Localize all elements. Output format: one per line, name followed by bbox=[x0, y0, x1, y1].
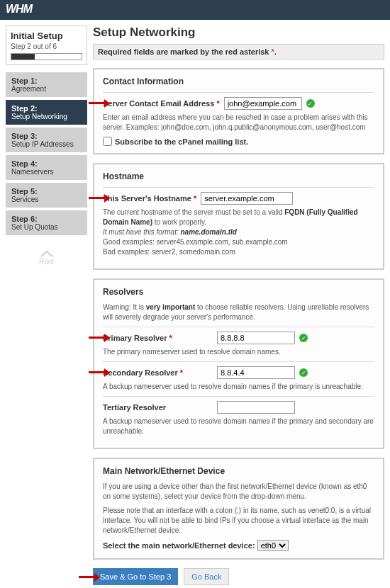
hostname-input[interactable] bbox=[201, 192, 293, 205]
tertiary-resolver-desc: A backup nameserver used to resolve doma… bbox=[103, 417, 374, 436]
primary-resolver-desc: The primary nameserver used to resolve d… bbox=[103, 347, 374, 357]
progress-bar bbox=[11, 53, 82, 60]
network-desc2: Please note that an interface with a col… bbox=[103, 506, 374, 536]
network-desc1: If you are using a device other than the… bbox=[103, 482, 374, 502]
check-icon: ✓ bbox=[306, 99, 315, 108]
primary-resolver-input[interactable] bbox=[217, 332, 295, 344]
sidebar-subtitle: Step 2 out of 6 bbox=[11, 43, 82, 50]
contact-heading: Contact Information bbox=[103, 77, 374, 86]
secondary-resolver-desc: A backup nameserver used to resolve doma… bbox=[103, 382, 374, 392]
check-icon: ✓ bbox=[299, 334, 308, 342]
sidebar-step-6[interactable]: Step 6:Set Up Quotas bbox=[6, 210, 87, 235]
tertiary-resolver-label: Tertiary Resolver bbox=[103, 403, 213, 412]
top-bar: WHM bbox=[0, 0, 390, 20]
arrow-icon bbox=[89, 98, 110, 107]
section-resolvers: Resolvers Warning: It is very important … bbox=[93, 278, 384, 449]
required-banner: Required fields are marked by the red as… bbox=[93, 44, 384, 60]
sidebar-step-4[interactable]: Step 4:Nameservers bbox=[6, 155, 87, 180]
resolvers-heading: Resolvers bbox=[103, 287, 374, 297]
arrow-icon bbox=[89, 193, 110, 202]
email-input[interactable] bbox=[224, 97, 302, 110]
network-select-label: Select the main network/Ethernet device: bbox=[103, 541, 255, 550]
sidebar-step-3[interactable]: Step 3:Setup IP Addresses bbox=[6, 128, 87, 152]
secondary-resolver-label: Secondary Resolver * bbox=[103, 368, 213, 377]
arrow-icon bbox=[89, 368, 110, 376]
email-desc: Enter an email address where you can be … bbox=[103, 113, 374, 132]
arrow-icon bbox=[89, 333, 110, 341]
sidebar-step-5[interactable]: Step 5:Services bbox=[6, 183, 87, 208]
section-contact: Contact Information Server Contact Email… bbox=[93, 68, 384, 154]
sidebar-step-2[interactable]: Step 2:Setup Networking bbox=[6, 100, 87, 125]
save-button[interactable]: Save & Go to Step 3 bbox=[93, 568, 178, 585]
secondary-resolver-input[interactable] bbox=[217, 366, 295, 379]
go-back-button[interactable]: Go Back bbox=[184, 568, 229, 585]
sidebar-step-1[interactable]: Step 1:Agreement bbox=[6, 72, 87, 97]
network-device-select[interactable]: eth0 bbox=[257, 540, 289, 551]
section-hostname: Hostname This Server's Hostname * The cu… bbox=[93, 163, 384, 270]
check-icon: ✓ bbox=[299, 368, 308, 377]
progress-box: Initial Setup Step 2 out of 6 bbox=[6, 26, 87, 65]
logo: WHM bbox=[6, 3, 32, 15]
page-title: Setup Networking bbox=[93, 26, 384, 40]
primary-resolver-label: Primary Resolver * bbox=[103, 334, 213, 342]
subscribe-checkbox[interactable] bbox=[103, 137, 112, 146]
subscribe-label: Subscribe to the cPanel mailing list. bbox=[115, 137, 248, 146]
arrow-icon bbox=[79, 572, 100, 581]
network-heading: Main Network/Ethernet Device bbox=[103, 466, 374, 476]
section-network: Main Network/Ethernet Device If you are … bbox=[93, 458, 384, 560]
resolvers-warning: Warning: It is very important to choose … bbox=[103, 303, 374, 322]
sidebar: Initial Setup Step 2 out of 6 Step 1:Agr… bbox=[6, 26, 87, 585]
email-label: Server Contact Email Address * bbox=[103, 99, 220, 108]
hostname-heading: Hostname bbox=[103, 171, 374, 181]
sidebar-title: Initial Setup bbox=[11, 30, 82, 41]
watermark: Roof bbox=[6, 249, 87, 266]
hostname-label: This Server's Hostname * bbox=[103, 194, 196, 203]
hostname-desc: The current hostname of the server must … bbox=[103, 208, 374, 257]
tertiary-resolver-input[interactable] bbox=[217, 401, 295, 414]
